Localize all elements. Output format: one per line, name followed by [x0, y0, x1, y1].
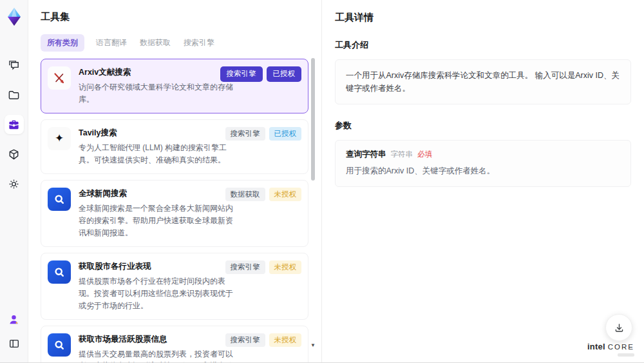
tab-all-categories[interactable]: 所有类别 — [41, 34, 84, 52]
chat-icon — [8, 59, 20, 72]
download-button[interactable] — [605, 314, 632, 341]
collapse-panel-button[interactable] — [5, 334, 24, 353]
category-tabs: 所有类别 语言翻译 数据获取 搜索引擎 — [41, 34, 321, 52]
intel-wordmark: intel — [587, 342, 605, 351]
tab-search-engine[interactable]: 搜索引擎 — [182, 34, 216, 52]
panel-toggle-icon — [8, 338, 20, 349]
category-badge: 搜索引擎 — [220, 66, 263, 82]
app-logo — [5, 6, 24, 27]
tavily-star-icon: ✦ — [48, 127, 71, 150]
category-badge: 搜索引擎 — [225, 127, 265, 141]
auth-status-badge: 未授权 — [269, 333, 302, 348]
tool-intro-box: 一个用于从Arxiv存储库搜索科学论文和文章的工具。 输入可以是Arxiv ID… — [335, 59, 631, 104]
sidebar-item-packages[interactable] — [5, 144, 24, 164]
tool-card-arxiv[interactable]: Arxiv文献搜索 访问各个研究领域大量科学论文和文章的存储库。 搜索引擎 已授… — [41, 59, 308, 113]
param-description: 用于搜索的Arxiv ID、关键字或作者姓名。 — [346, 166, 620, 177]
arxiv-icon — [48, 66, 71, 90]
category-badge: 搜索引擎 — [225, 333, 265, 348]
tool-description: 专为人工智能代理 (LLM) 构建的搜索引擎工具。可快速提供实时、准确和真实的结… — [79, 142, 234, 166]
tool-list: Arxiv文献搜索 访问各个研究领域大量科学论文和文章的存储库。 搜索引擎 已授… — [41, 59, 308, 363]
auth-status-badge: 已授权 — [269, 127, 302, 141]
tab-language-translation[interactable]: 语言翻译 — [95, 34, 128, 52]
auth-status-badge: 已授权 — [267, 66, 302, 82]
page-title: 工具集 — [41, 11, 321, 23]
category-badge: 搜索引擎 — [225, 260, 265, 275]
sidebar-item-chat[interactable] — [5, 55, 24, 75]
auth-status-badge: 未授权 — [269, 188, 302, 202]
package-icon — [8, 148, 20, 161]
tool-description: 全球新闻搜索是一个聚合全球各大新闻网站内容的搜索引擎。帮助用户快速获取全球最新资… — [79, 202, 234, 239]
news-search-icon — [48, 188, 71, 211]
tool-description: 提供当天交易量最高的股票列表，投资者可以利用这些信息来识别流动性强的股票和潜在的… — [79, 348, 234, 363]
param-name: 查询字符串 — [346, 149, 386, 160]
tool-card-stock-sectors[interactable]: 获取股市各行业表现 提供股票市场各个行业在特定时间段内的表现。投资者可以利用这些… — [41, 253, 308, 320]
params-heading: 参数 — [335, 120, 631, 132]
tool-title: Arxiv文献搜索 — [79, 67, 234, 78]
tab-data-fetch[interactable]: 数据获取 — [138, 34, 172, 52]
core-wordmark: CORE — [608, 343, 634, 351]
tool-title: 全球新闻搜索 — [79, 188, 234, 199]
tool-title: 获取市场最活跃股票信息 — [79, 334, 234, 345]
scroll-down-caret[interactable]: ▼ — [310, 342, 316, 348]
scrollbar-thumb[interactable] — [311, 58, 315, 181]
user-profile-button[interactable] — [5, 309, 24, 329]
news-search-icon — [48, 260, 71, 284]
parameter-box: 查询字符串 字符串 必填 用于搜索的Arxiv ID、关键字或作者姓名。 — [335, 140, 631, 187]
intel-core-logo: intel CORE — [587, 342, 634, 357]
sidebar-item-settings[interactable] — [5, 174, 24, 193]
intro-heading: 工具介绍 — [335, 39, 631, 51]
sidebar-item-files[interactable] — [5, 85, 24, 104]
left-sidebar — [0, 0, 28, 362]
param-required-flag: 必填 — [417, 150, 432, 159]
tool-description: 提供股票市场各个行业在特定时间段内的表现。投资者可以利用这些信息来识别表现优于或… — [79, 275, 234, 312]
tool-title: 获取股市各行业表现 — [79, 261, 234, 272]
tool-card-global-news[interactable]: 全球新闻搜索 全球新闻搜索是一个聚合全球各大新闻网站内容的搜索引擎。帮助用户快速… — [41, 180, 308, 247]
tool-card-tavily[interactable]: ✦ Tavily搜索 专为人工智能代理 (LLM) 构建的搜索引擎工具。可快速提… — [41, 119, 308, 174]
user-avatar-icon — [8, 313, 20, 326]
intel-sub-mark — [618, 353, 634, 357]
sidebar-item-tools[interactable] — [5, 115, 24, 134]
toolbox-icon — [8, 119, 20, 131]
tool-detail-panel: 工具详情 工具介绍 一个用于从Arxiv存储库搜索科学论文和文章的工具。 输入可… — [322, 0, 644, 362]
gear-icon — [8, 178, 20, 190]
folder-icon — [8, 89, 20, 101]
tool-list-panel: 工具集 所有类别 语言翻译 数据获取 搜索引擎 Arxiv文献搜索 访问各个研究… — [28, 0, 322, 362]
param-type: 字符串 — [391, 150, 413, 159]
tool-card-active-stocks[interactable]: 获取市场最活跃股票信息 提供当天交易量最高的股票列表，投资者可以利用这些信息来识… — [41, 326, 308, 363]
tool-title: Tavily搜索 — [79, 128, 234, 139]
auth-status-badge: 未授权 — [269, 260, 302, 275]
news-search-icon — [48, 333, 71, 357]
tool-description: 访问各个研究领域大量科学论文和文章的存储库。 — [79, 81, 234, 106]
detail-title: 工具详情 — [335, 12, 631, 24]
download-icon — [614, 322, 625, 333]
category-badge: 数据获取 — [225, 188, 265, 202]
